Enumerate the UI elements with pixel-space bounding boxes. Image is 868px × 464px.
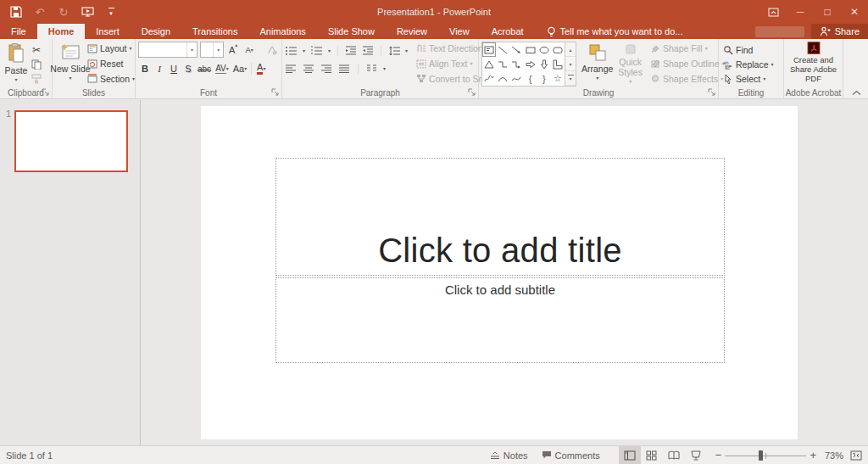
copy-icon[interactable] <box>30 58 43 71</box>
cut-icon[interactable]: ✂ <box>30 43 43 57</box>
notes-toggle[interactable]: Notes <box>483 446 535 464</box>
layout-button[interactable]: Layout▾ <box>86 42 136 56</box>
shape-elbow-arrow-connector[interactable] <box>509 57 523 71</box>
tab-insert[interactable]: Insert <box>85 24 131 39</box>
title-placeholder[interactable]: Click to add title <box>275 158 725 276</box>
shapes-scroll-up-icon[interactable]: ▴ <box>565 42 576 57</box>
shape-effects-button[interactable]: Shape Effects▾ <box>648 71 726 86</box>
ribbon-display-options-icon[interactable] <box>760 0 787 24</box>
save-icon[interactable] <box>8 4 24 20</box>
fit-slide-to-window-button[interactable] <box>850 450 862 461</box>
shape-fill-button[interactable]: Shape Fill▾ <box>648 42 726 56</box>
shape-arrow[interactable] <box>509 42 523 57</box>
align-right-icon[interactable] <box>320 64 332 73</box>
format-painter-icon[interactable] <box>30 72 43 86</box>
shape-curve[interactable] <box>509 71 523 86</box>
justify-icon[interactable] <box>338 64 350 73</box>
shape-star[interactable]: ☆ <box>551 71 565 86</box>
numbering-icon[interactable] <box>310 46 323 56</box>
tab-acrobat[interactable]: Acrobat <box>481 24 535 39</box>
zoom-in-button[interactable]: + <box>810 449 816 461</box>
font-color-button[interactable]: A▾ <box>254 61 268 76</box>
shape-arc[interactable] <box>496 71 509 86</box>
italic-button[interactable]: I <box>153 61 166 76</box>
quick-styles-button[interactable]: Quick Styles ▾ <box>615 42 645 86</box>
tell-me-box[interactable]: Tell me what you want to do... <box>547 24 683 39</box>
change-case-button[interactable]: Aa▾ <box>231 61 248 76</box>
shape-freeform-scribble[interactable] <box>482 71 496 86</box>
underline-button[interactable]: U <box>167 61 181 76</box>
section-button[interactable]: Section▾ <box>86 71 136 86</box>
shape-rounded-rectangle[interactable] <box>551 42 565 57</box>
comments-toggle[interactable]: Comments <box>535 446 607 464</box>
increase-font-size-button[interactable]: A▴ <box>226 42 240 58</box>
font-size-combo[interactable]: ▾ <box>200 42 224 58</box>
align-center-icon[interactable] <box>303 64 314 73</box>
slide-canvas[interactable]: Click to add title Click to add subtitle <box>201 106 798 439</box>
zoom-slider-handle[interactable] <box>759 450 763 461</box>
zoom-slider[interactable] <box>725 446 806 464</box>
replace-button[interactable]: abac Replace▾ <box>721 58 776 71</box>
shape-text-box[interactable] <box>482 42 496 57</box>
minimize-icon[interactable]: ─ <box>787 0 814 24</box>
line-spacing-icon[interactable] <box>388 46 400 56</box>
strikethrough-button[interactable]: abc <box>196 61 213 76</box>
clear-formatting-button[interactable] <box>265 42 279 58</box>
decrease-font-size-button[interactable]: A▾ <box>242 42 256 58</box>
slide-show-view-button[interactable] <box>685 446 707 464</box>
tab-review[interactable]: Review <box>386 24 438 39</box>
collapse-ribbon-icon[interactable] <box>852 90 861 96</box>
reading-view-button[interactable] <box>663 446 685 464</box>
shape-elbow-connector[interactable] <box>496 57 509 71</box>
tab-transitions[interactable]: Transitions <box>181 24 248 39</box>
shape-rectangle[interactable] <box>523 42 537 57</box>
shapes-more-icon[interactable]: ▾ <box>565 71 576 86</box>
shape-right-arrow[interactable] <box>523 57 537 71</box>
close-icon[interactable]: ✕ <box>841 0 868 24</box>
paste-button[interactable]: Paste ▾ <box>3 42 30 86</box>
text-shadow-button[interactable]: S <box>181 61 195 76</box>
zoom-out-button[interactable]: − <box>715 449 722 461</box>
customize-qat-icon[interactable]: ▾ <box>103 4 119 20</box>
columns-icon[interactable] <box>366 64 377 73</box>
find-button[interactable]: Find <box>721 43 776 57</box>
create-adobe-pdf-button[interactable]: Create and Share Adobe PDF <box>787 42 840 86</box>
paragraph-dialog-launcher-icon[interactable] <box>468 88 476 97</box>
tab-view[interactable]: View <box>438 24 481 39</box>
increase-indent-icon[interactable] <box>362 46 374 56</box>
tab-home[interactable]: Home <box>37 24 86 39</box>
shape-oval[interactable] <box>537 42 551 57</box>
tab-file[interactable]: File <box>0 24 37 39</box>
slide-thumbnail-1[interactable] <box>14 110 128 172</box>
bullets-icon[interactable] <box>285 46 298 56</box>
maximize-icon[interactable]: □ <box>814 0 841 24</box>
font-dialog-launcher-icon[interactable] <box>271 88 280 97</box>
font-name-combo[interactable]: ▾ <box>138 42 198 58</box>
slide-sorter-view-button[interactable] <box>641 446 663 464</box>
new-slide-button[interactable]: New Slide ▾ <box>55 42 86 86</box>
shape-left-brace[interactable]: { <box>523 71 537 86</box>
drawing-dialog-launcher-icon[interactable] <box>708 88 716 97</box>
shape-line[interactable] <box>496 42 509 57</box>
clipboard-dialog-launcher-icon[interactable] <box>42 88 50 97</box>
shape-right-brace[interactable]: } <box>537 71 551 86</box>
tab-slide-show[interactable]: Slide Show <box>317 24 386 39</box>
shapes-scroll-down-icon[interactable]: ▾ <box>565 57 576 71</box>
tab-design[interactable]: Design <box>131 24 181 39</box>
align-left-icon[interactable] <box>285 64 297 73</box>
share-button[interactable]: Share <box>811 24 868 39</box>
normal-view-button[interactable] <box>619 446 641 464</box>
shape-down-arrow[interactable] <box>537 57 551 71</box>
font-size-caret-icon[interactable]: ▾ <box>213 42 223 57</box>
decrease-indent-icon[interactable] <box>345 46 357 56</box>
shape-triangle[interactable] <box>482 57 496 71</box>
font-name-caret-icon[interactable]: ▾ <box>186 42 197 57</box>
start-from-beginning-icon[interactable] <box>80 4 95 20</box>
shape-outline-button[interactable]: Shape Outline▾ <box>648 57 726 71</box>
bold-button[interactable]: B <box>138 61 152 76</box>
arrange-button[interactable]: Arrange ▾ <box>579 42 615 86</box>
character-spacing-button[interactable]: AV▾ <box>214 61 231 76</box>
select-button[interactable]: Select▾ <box>721 72 776 86</box>
redo-icon[interactable]: ↻ <box>56 4 71 20</box>
tab-animations[interactable]: Animations <box>248 24 316 39</box>
